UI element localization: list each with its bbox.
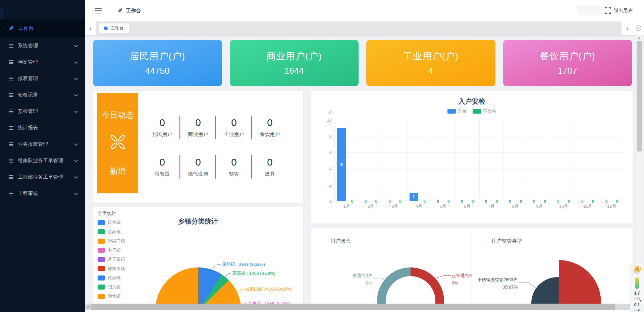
bar-合格-1月[interactable]: 9: [337, 128, 346, 201]
horizontal-scrollbar[interactable]: ◂: [85, 304, 644, 310]
today-stat-value: 0: [252, 117, 288, 128]
sidebar-item-label: 报表管理: [18, 75, 38, 82]
today-subtitle: 新增: [110, 166, 126, 177]
x-tick-label: 1月: [335, 203, 359, 209]
x-tick-label: 7月: [479, 203, 503, 209]
vertical-scrollbar-thumb[interactable]: [637, 41, 642, 151]
category-legend-item-7[interactable]: 阳关镇: [98, 284, 125, 290]
chevron-down-icon: [74, 175, 78, 178]
sidebar-item-7[interactable]: 维修队业务工单管理: [0, 152, 85, 169]
stat-card-title: 餐饮用户(户): [540, 50, 595, 63]
menu-lines-icon: [9, 93, 13, 97]
x-tick-label: 4月: [407, 203, 431, 209]
pie-callout-转渠口镇: 转渠口镇 : 4195 (9.85%): [245, 287, 292, 292]
category-legend-item-8[interactable]: 沙州镇: [98, 293, 125, 299]
stat-card-1[interactable]: 商业用户(户)1644: [230, 40, 359, 86]
today-stat-cell: 0燃具: [252, 155, 288, 179]
category-legend-item-1[interactable]: 莫高镇: [98, 229, 125, 235]
sidebar-item-5[interactable]: 统计报表: [0, 120, 85, 136]
inspection-legend: 合格 不合格: [311, 108, 633, 114]
sidebar-item-4[interactable]: 安检管理: [0, 103, 85, 120]
today-stat-value: 0: [144, 117, 180, 128]
sidebar-item-3[interactable]: 安检记录: [0, 87, 85, 103]
menu-lines-icon: [9, 126, 13, 130]
stat-card-2[interactable]: 工业用户(户)4: [366, 40, 495, 86]
sidebar-item-9[interactable]: 工程审核: [0, 185, 85, 202]
category-legend-item-3[interactable]: 七里镇: [98, 247, 125, 253]
sidebar-item-workbench-active[interactable]: 工作台: [0, 19, 85, 37]
category-legend-item-6[interactable]: 黄渠镇: [98, 275, 125, 281]
zero-marker-合格-8月: 0: [507, 199, 513, 204]
category-legend-item-2[interactable]: 转渠口镇: [98, 238, 125, 244]
sidebar-item-2[interactable]: 报表管理: [0, 70, 85, 87]
stat-card-value: 4: [428, 66, 433, 76]
header: 工作台 退出用户: [85, 0, 644, 21]
today-stat-cell: 0餐饮用户: [252, 116, 288, 139]
stat-card-0[interactable]: 居民用户(户)44750: [93, 40, 222, 86]
hose-type-title: 用户软管类型: [492, 238, 522, 244]
sidebar-item-6[interactable]: 业务报装管理: [0, 136, 85, 152]
stat-card-3[interactable]: 餐饮用户(户)1707: [503, 40, 632, 86]
tab-scroll-right-icon[interactable]: ›: [622, 21, 633, 35]
y-tick-label: 2: [329, 182, 332, 187]
sidebar-item-label: 业务报装管理: [18, 141, 48, 147]
sidebar-item-label: 工程审核: [18, 190, 38, 197]
sidebar: 工作台 系统管理档案管理报表管理安检记录安检管理统计报表业务报装管理维修队业务工…: [0, 0, 85, 312]
horizontal-scrollbar-thumb[interactable]: [91, 304, 615, 310]
tab-label: 工作台: [111, 25, 124, 31]
today-stat-label: 居民用户: [144, 131, 180, 138]
logout-button[interactable]: 退出用户: [614, 0, 633, 21]
legend-item-fail[interactable]: 不合格: [473, 108, 496, 114]
y-tick-label: 10: [327, 118, 332, 123]
zero-marker-合格-2月: 0: [363, 199, 368, 204]
fullscreen-icon[interactable]: [605, 7, 611, 14]
sidebar-item-8[interactable]: 工程部业务工单管理: [0, 169, 85, 185]
gridline-vertical: [503, 120, 504, 201]
today-stats-grid: 0居民用户0商业用户0工业用户0餐饮用户0报警器0燃气设施0软管0燃具: [144, 91, 288, 203]
zero-marker-不合格-1月: 0: [350, 199, 355, 204]
stat-cards-row: 居民用户(户)44750商业用户(户)1644工业用户(户)4餐饮用户(户)17…: [93, 40, 632, 86]
chevron-down-icon: [74, 142, 78, 145]
scrollbar-up-arrow-icon[interactable]: ▲: [636, 35, 642, 40]
bar-合格-4月[interactable]: 1: [410, 193, 418, 201]
scrollbar-left-arrow-icon[interactable]: ◂: [85, 304, 90, 310]
today-stat-label: 工业用户: [216, 131, 252, 138]
cursor-arrow-icon: ▾: [640, 299, 642, 303]
today-stat-cell: 0商业用户: [180, 116, 216, 139]
today-stat-value: 0: [180, 157, 216, 168]
legend-swatch: [98, 257, 105, 262]
legend-item-pass[interactable]: 合格: [447, 108, 467, 114]
donut-label-right: 正常通气0户0%: [452, 272, 472, 287]
today-dynamics-card: 今日动态 新增 0居民用户0商业用户0工业用户0餐饮用户0报警器0燃气设施0软管…: [93, 91, 303, 203]
today-stat-value: 0: [216, 117, 252, 128]
y-axis-unit-label: 户: [328, 110, 333, 116]
legend-label: 七里镇: [108, 247, 121, 253]
sidebar-item-label: 安检记录: [18, 92, 38, 98]
zero-marker-不合格-4月: 0: [422, 199, 427, 204]
tab-close-all-icon[interactable]: [633, 21, 644, 35]
user-status-pane: 用户状态 未通气0户0% 正常通气0户0%: [311, 228, 472, 312]
gridline-vertical: [407, 120, 408, 201]
category-legend-item-4[interactable]: 月牙泉镇: [98, 256, 125, 262]
sidebar-item-1[interactable]: 档案管理: [0, 54, 85, 70]
legend-swatch: [98, 248, 105, 253]
network-monitor-widget[interactable]: 1 1.7 ↑ K/s 0.1 ↓ K/s: [630, 264, 644, 312]
chevron-down-icon: [74, 109, 78, 113]
zero-marker-不合格-3月: 0: [398, 199, 403, 204]
chevron-down-icon: [74, 60, 78, 63]
tab-workbench[interactable]: 工作台: [99, 23, 129, 33]
hamburger-menu-icon[interactable]: [95, 8, 102, 13]
zero-marker-不合格-12月: 0: [614, 199, 620, 204]
stat-card-title: 工业用户(户): [403, 50, 459, 63]
zero-marker-不合格-10月: 0: [567, 199, 572, 204]
x-tick-label: 8月: [503, 203, 528, 209]
menu-lines-icon: [9, 159, 13, 163]
gridline-vertical: [552, 120, 552, 201]
upload-speed-value: 1.7: [634, 291, 640, 296]
tab-scroll-left-icon[interactable]: ‹: [85, 21, 96, 35]
gridline-vertical: [359, 120, 359, 201]
sidebar-item-0[interactable]: 系统管理: [0, 38, 85, 54]
gridline-vertical: [455, 120, 455, 201]
category-legend-item-5[interactable]: 郭家堡镇: [98, 266, 125, 272]
legend-swatch: [98, 285, 105, 290]
